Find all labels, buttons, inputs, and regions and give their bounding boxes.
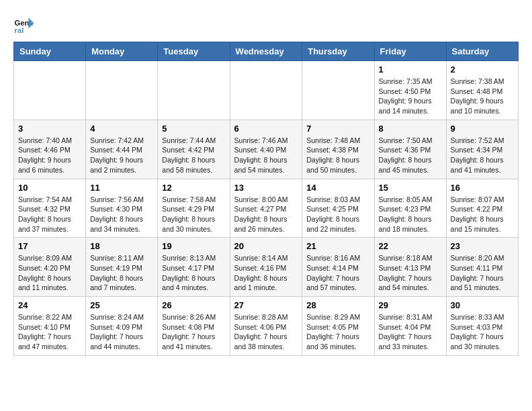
day-info: Sunrise: 7:48 AM Sunset: 4:38 PM Dayligh… bbox=[306, 136, 369, 175]
calendar-cell: 5Sunrise: 7:44 AM Sunset: 4:42 PM Daylig… bbox=[158, 120, 230, 179]
day-number: 27 bbox=[234, 300, 298, 310]
day-number: 28 bbox=[306, 300, 369, 310]
calendar-cell: 17Sunrise: 8:09 AM Sunset: 4:20 PM Dayli… bbox=[14, 238, 86, 297]
weekday-header-saturday: Saturday bbox=[446, 42, 518, 61]
day-number: 14 bbox=[306, 183, 369, 193]
day-info: Sunrise: 8:31 AM Sunset: 4:04 PM Dayligh… bbox=[379, 312, 442, 352]
day-number: 24 bbox=[18, 300, 81, 310]
calendar: SundayMondayTuesdayWednesdayThursdayFrid… bbox=[13, 42, 519, 356]
calendar-week-4: 17Sunrise: 8:09 AM Sunset: 4:20 PM Dayli… bbox=[14, 238, 519, 297]
day-info: Sunrise: 7:58 AM Sunset: 4:29 PM Dayligh… bbox=[162, 195, 225, 234]
day-number: 4 bbox=[90, 124, 153, 134]
calendar-cell: 26Sunrise: 8:26 AM Sunset: 4:08 PM Dayli… bbox=[158, 297, 230, 356]
calendar-cell: 19Sunrise: 8:13 AM Sunset: 4:17 PM Dayli… bbox=[158, 238, 230, 297]
calendar-cell: 21Sunrise: 8:16 AM Sunset: 4:14 PM Dayli… bbox=[302, 238, 374, 297]
day-info: Sunrise: 7:44 AM Sunset: 4:42 PM Dayligh… bbox=[162, 136, 225, 175]
day-info: Sunrise: 8:05 AM Sunset: 4:23 PM Dayligh… bbox=[379, 195, 442, 234]
day-info: Sunrise: 8:09 AM Sunset: 4:20 PM Dayligh… bbox=[18, 253, 81, 293]
calendar-cell: 6Sunrise: 7:46 AM Sunset: 4:40 PM Daylig… bbox=[230, 120, 302, 179]
calendar-cell: 7Sunrise: 7:48 AM Sunset: 4:38 PM Daylig… bbox=[302, 120, 374, 179]
day-info: Sunrise: 8:20 AM Sunset: 4:11 PM Dayligh… bbox=[451, 253, 514, 293]
day-info: Sunrise: 7:50 AM Sunset: 4:36 PM Dayligh… bbox=[379, 136, 442, 175]
calendar-cell: 18Sunrise: 8:11 AM Sunset: 4:19 PM Dayli… bbox=[86, 238, 158, 297]
day-info: Sunrise: 7:54 AM Sunset: 4:32 PM Dayligh… bbox=[18, 195, 81, 234]
day-info: Sunrise: 7:35 AM Sunset: 4:50 PM Dayligh… bbox=[379, 77, 442, 116]
calendar-cell: 27Sunrise: 8:28 AM Sunset: 4:06 PM Dayli… bbox=[230, 297, 302, 356]
day-info: Sunrise: 8:13 AM Sunset: 4:17 PM Dayligh… bbox=[162, 253, 225, 293]
weekday-header-tuesday: Tuesday bbox=[158, 42, 230, 61]
day-number: 7 bbox=[306, 124, 369, 134]
day-number: 12 bbox=[162, 183, 225, 193]
calendar-cell: 12Sunrise: 7:58 AM Sunset: 4:29 PM Dayli… bbox=[158, 179, 230, 238]
day-info: Sunrise: 8:00 AM Sunset: 4:27 PM Dayligh… bbox=[234, 195, 298, 234]
day-info: Sunrise: 8:28 AM Sunset: 4:06 PM Dayligh… bbox=[234, 312, 298, 352]
calendar-cell: 11Sunrise: 7:56 AM Sunset: 4:30 PM Dayli… bbox=[86, 179, 158, 238]
calendar-cell: 20Sunrise: 8:14 AM Sunset: 4:16 PM Dayli… bbox=[230, 238, 302, 297]
calendar-cell: 22Sunrise: 8:18 AM Sunset: 4:13 PM Dayli… bbox=[374, 238, 446, 297]
calendar-week-2: 3Sunrise: 7:40 AM Sunset: 4:46 PM Daylig… bbox=[14, 120, 519, 179]
day-info: Sunrise: 7:56 AM Sunset: 4:30 PM Dayligh… bbox=[90, 195, 153, 234]
day-info: Sunrise: 8:03 AM Sunset: 4:25 PM Dayligh… bbox=[306, 195, 369, 234]
day-info: Sunrise: 7:46 AM Sunset: 4:40 PM Dayligh… bbox=[234, 136, 298, 175]
calendar-week-5: 24Sunrise: 8:22 AM Sunset: 4:10 PM Dayli… bbox=[14, 297, 519, 356]
logo: Gene ral bbox=[13, 13, 38, 35]
calendar-cell: 16Sunrise: 8:07 AM Sunset: 4:22 PM Dayli… bbox=[446, 179, 518, 238]
day-number: 21 bbox=[306, 241, 369, 251]
day-info: Sunrise: 8:07 AM Sunset: 4:22 PM Dayligh… bbox=[451, 195, 514, 234]
day-number: 11 bbox=[90, 183, 153, 193]
calendar-cell: 3Sunrise: 7:40 AM Sunset: 4:46 PM Daylig… bbox=[14, 120, 86, 179]
day-number: 19 bbox=[162, 241, 225, 251]
day-number: 15 bbox=[379, 183, 442, 193]
day-number: 18 bbox=[90, 241, 153, 251]
day-info: Sunrise: 8:26 AM Sunset: 4:08 PM Dayligh… bbox=[162, 312, 225, 352]
day-number: 26 bbox=[162, 300, 225, 310]
calendar-week-3: 10Sunrise: 7:54 AM Sunset: 4:32 PM Dayli… bbox=[14, 179, 519, 238]
day-number: 25 bbox=[90, 300, 153, 310]
calendar-cell: 23Sunrise: 8:20 AM Sunset: 4:11 PM Dayli… bbox=[446, 238, 518, 297]
calendar-cell: 14Sunrise: 8:03 AM Sunset: 4:25 PM Dayli… bbox=[302, 179, 374, 238]
day-number: 16 bbox=[451, 183, 514, 193]
day-number: 2 bbox=[451, 64, 514, 75]
calendar-cell: 8Sunrise: 7:50 AM Sunset: 4:36 PM Daylig… bbox=[374, 120, 446, 179]
calendar-cell: 2Sunrise: 7:38 AM Sunset: 4:48 PM Daylig… bbox=[446, 61, 518, 120]
day-number: 29 bbox=[379, 300, 442, 310]
calendar-cell: 9Sunrise: 7:52 AM Sunset: 4:34 PM Daylig… bbox=[446, 120, 518, 179]
calendar-cell bbox=[302, 61, 374, 120]
day-info: Sunrise: 7:38 AM Sunset: 4:48 PM Dayligh… bbox=[451, 77, 514, 116]
calendar-cell: 1Sunrise: 7:35 AM Sunset: 4:50 PM Daylig… bbox=[374, 61, 446, 120]
day-info: Sunrise: 7:40 AM Sunset: 4:46 PM Dayligh… bbox=[18, 136, 81, 175]
day-info: Sunrise: 8:33 AM Sunset: 4:03 PM Dayligh… bbox=[451, 312, 514, 352]
day-number: 17 bbox=[18, 241, 81, 251]
svg-text:ral: ral bbox=[15, 26, 24, 34]
calendar-cell: 30Sunrise: 8:33 AM Sunset: 4:03 PM Dayli… bbox=[446, 297, 518, 356]
calendar-cell: 28Sunrise: 8:29 AM Sunset: 4:05 PM Dayli… bbox=[302, 297, 374, 356]
day-number: 10 bbox=[18, 183, 81, 193]
calendar-cell: 13Sunrise: 8:00 AM Sunset: 4:27 PM Dayli… bbox=[230, 179, 302, 238]
day-number: 8 bbox=[379, 124, 442, 134]
day-number: 20 bbox=[234, 241, 298, 251]
day-number: 5 bbox=[162, 124, 225, 134]
day-number: 13 bbox=[234, 183, 298, 193]
weekday-header-friday: Friday bbox=[374, 42, 446, 61]
calendar-cell bbox=[158, 61, 230, 120]
weekday-header-thursday: Thursday bbox=[302, 42, 374, 61]
calendar-week-1: 1Sunrise: 7:35 AM Sunset: 4:50 PM Daylig… bbox=[14, 61, 519, 120]
day-number: 9 bbox=[451, 124, 514, 134]
weekday-header-sunday: Sunday bbox=[14, 42, 86, 61]
day-number: 30 bbox=[451, 300, 514, 310]
page-header: Gene ral bbox=[13, 13, 519, 35]
day-info: Sunrise: 8:16 AM Sunset: 4:14 PM Dayligh… bbox=[306, 253, 369, 293]
day-info: Sunrise: 8:18 AM Sunset: 4:13 PM Dayligh… bbox=[379, 253, 442, 293]
day-info: Sunrise: 8:11 AM Sunset: 4:19 PM Dayligh… bbox=[90, 253, 153, 293]
calendar-cell: 24Sunrise: 8:22 AM Sunset: 4:10 PM Dayli… bbox=[14, 297, 86, 356]
calendar-cell: 29Sunrise: 8:31 AM Sunset: 4:04 PM Dayli… bbox=[374, 297, 446, 356]
day-info: Sunrise: 8:24 AM Sunset: 4:09 PM Dayligh… bbox=[90, 312, 153, 352]
day-number: 3 bbox=[18, 124, 81, 134]
weekday-header-wednesday: Wednesday bbox=[230, 42, 302, 61]
calendar-header-row: SundayMondayTuesdayWednesdayThursdayFrid… bbox=[14, 42, 519, 61]
day-info: Sunrise: 8:14 AM Sunset: 4:16 PM Dayligh… bbox=[234, 253, 298, 293]
day-number: 23 bbox=[451, 241, 514, 251]
weekday-header-monday: Monday bbox=[86, 42, 158, 61]
day-info: Sunrise: 7:52 AM Sunset: 4:34 PM Dayligh… bbox=[451, 136, 514, 175]
calendar-cell: 15Sunrise: 8:05 AM Sunset: 4:23 PM Dayli… bbox=[374, 179, 446, 238]
